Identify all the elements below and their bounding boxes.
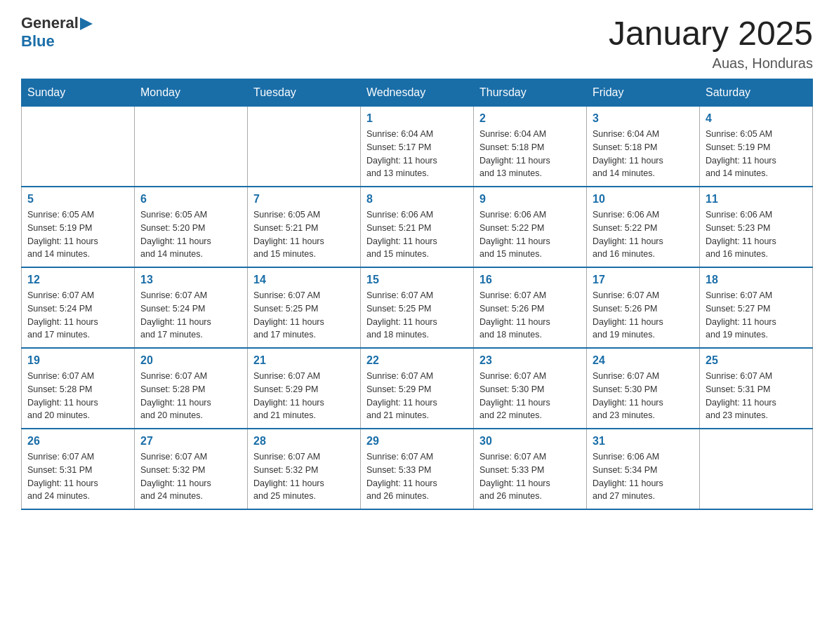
calendar-cell: 5Sunrise: 6:05 AMSunset: 5:19 PMDaylight… [22, 187, 135, 267]
day-info: Sunrise: 6:04 AMSunset: 5:18 PMDaylight:… [593, 128, 694, 180]
day-number: 17 [593, 274, 694, 286]
day-number: 16 [479, 274, 581, 286]
calendar-cell: 7Sunrise: 6:05 AMSunset: 5:21 PMDaylight… [248, 187, 361, 267]
day-number: 21 [253, 354, 355, 367]
calendar-cell [22, 107, 135, 187]
day-info: Sunrise: 6:07 AMSunset: 5:33 PMDaylight:… [366, 450, 468, 503]
day-info: Sunrise: 6:07 AMSunset: 5:33 PMDaylight:… [479, 450, 581, 503]
calendar-title: January 2025 [609, 14, 813, 53]
day-number: 25 [706, 354, 807, 367]
day-info: Sunrise: 6:07 AMSunset: 5:31 PMDaylight:… [706, 370, 807, 422]
calendar-cell [135, 107, 248, 187]
calendar-cell: 4Sunrise: 6:05 AMSunset: 5:19 PMDaylight… [700, 107, 813, 187]
day-info: Sunrise: 6:06 AMSunset: 5:21 PMDaylight:… [366, 208, 468, 261]
day-info: Sunrise: 6:07 AMSunset: 5:29 PMDaylight:… [366, 370, 468, 422]
day-number: 29 [366, 435, 468, 448]
day-info: Sunrise: 6:05 AMSunset: 5:19 PMDaylight:… [27, 208, 128, 261]
day-number: 10 [593, 193, 694, 206]
page-header: General Blue January 2025 Auas, Honduras [21, 14, 813, 72]
weekday-friday: Friday [587, 79, 700, 107]
calendar-cell: 30Sunrise: 6:07 AMSunset: 5:33 PMDayligh… [474, 429, 587, 509]
calendar-cell: 3Sunrise: 6:04 AMSunset: 5:18 PMDaylight… [587, 107, 700, 187]
day-number: 5 [27, 193, 128, 206]
day-info: Sunrise: 6:07 AMSunset: 5:28 PMDaylight:… [140, 370, 241, 422]
calendar-cell: 19Sunrise: 6:07 AMSunset: 5:28 PMDayligh… [22, 348, 135, 429]
day-number: 11 [706, 193, 807, 206]
calendar-header: SundayMondayTuesdayWednesdayThursdayFrid… [22, 79, 813, 107]
day-info: Sunrise: 6:07 AMSunset: 5:27 PMDaylight:… [706, 289, 807, 342]
day-info: Sunrise: 6:06 AMSunset: 5:34 PMDaylight:… [593, 450, 694, 503]
calendar-cell: 2Sunrise: 6:04 AMSunset: 5:18 PMDaylight… [474, 107, 587, 187]
day-info: Sunrise: 6:05 AMSunset: 5:21 PMDaylight:… [253, 208, 355, 261]
day-number: 13 [140, 274, 241, 286]
calendar-cell [700, 429, 813, 509]
day-number: 26 [27, 435, 128, 448]
day-number: 4 [706, 112, 807, 125]
weekday-saturday: Saturday [700, 79, 813, 107]
day-info: Sunrise: 6:07 AMSunset: 5:31 PMDaylight:… [27, 450, 128, 503]
calendar-body: 1Sunrise: 6:04 AMSunset: 5:17 PMDaylight… [22, 107, 813, 510]
day-number: 20 [140, 354, 241, 367]
calendar-cell: 24Sunrise: 6:07 AMSunset: 5:30 PMDayligh… [587, 348, 700, 429]
calendar-cell: 16Sunrise: 6:07 AMSunset: 5:26 PMDayligh… [474, 267, 587, 348]
calendar-cell: 26Sunrise: 6:07 AMSunset: 5:31 PMDayligh… [22, 429, 135, 509]
calendar-cell: 25Sunrise: 6:07 AMSunset: 5:31 PMDayligh… [700, 348, 813, 429]
day-number: 22 [366, 354, 468, 367]
day-info: Sunrise: 6:07 AMSunset: 5:24 PMDaylight:… [27, 289, 128, 342]
logo-blue-text: Blue [21, 32, 55, 51]
calendar-week-3: 19Sunrise: 6:07 AMSunset: 5:28 PMDayligh… [22, 348, 813, 429]
calendar-cell: 13Sunrise: 6:07 AMSunset: 5:24 PMDayligh… [135, 267, 248, 348]
day-number: 18 [706, 274, 807, 286]
weekday-wednesday: Wednesday [361, 79, 474, 107]
calendar-cell: 22Sunrise: 6:07 AMSunset: 5:29 PMDayligh… [361, 348, 474, 429]
calendar-cell: 27Sunrise: 6:07 AMSunset: 5:32 PMDayligh… [135, 429, 248, 509]
calendar-cell: 12Sunrise: 6:07 AMSunset: 5:24 PMDayligh… [22, 267, 135, 348]
day-number: 9 [479, 193, 581, 206]
weekday-tuesday: Tuesday [248, 79, 361, 107]
weekday-monday: Monday [135, 79, 248, 107]
day-number: 2 [479, 112, 581, 125]
day-number: 31 [593, 435, 694, 448]
calendar-cell: 6Sunrise: 6:05 AMSunset: 5:20 PMDaylight… [135, 187, 248, 267]
logo: General Blue [21, 14, 93, 51]
logo-arrow-icon [80, 18, 93, 30]
svg-marker-0 [80, 18, 93, 30]
calendar-week-1: 5Sunrise: 6:05 AMSunset: 5:19 PMDaylight… [22, 187, 813, 267]
calendar-table: SundayMondayTuesdayWednesdayThursdayFrid… [21, 79, 813, 510]
day-number: 12 [27, 274, 128, 286]
day-info: Sunrise: 6:07 AMSunset: 5:26 PMDaylight:… [593, 289, 694, 342]
day-number: 7 [253, 193, 355, 206]
calendar-cell: 21Sunrise: 6:07 AMSunset: 5:29 PMDayligh… [248, 348, 361, 429]
day-number: 1 [366, 112, 468, 125]
day-info: Sunrise: 6:06 AMSunset: 5:22 PMDaylight:… [479, 208, 581, 261]
calendar-subtitle: Auas, Honduras [609, 55, 813, 72]
day-info: Sunrise: 6:07 AMSunset: 5:28 PMDaylight:… [27, 370, 128, 422]
day-info: Sunrise: 6:07 AMSunset: 5:26 PMDaylight:… [479, 289, 581, 342]
day-number: 15 [366, 274, 468, 286]
calendar-cell: 23Sunrise: 6:07 AMSunset: 5:30 PMDayligh… [474, 348, 587, 429]
day-info: Sunrise: 6:04 AMSunset: 5:17 PMDaylight:… [366, 128, 468, 180]
calendar-cell: 1Sunrise: 6:04 AMSunset: 5:17 PMDaylight… [361, 107, 474, 187]
calendar-cell [248, 107, 361, 187]
day-info: Sunrise: 6:07 AMSunset: 5:32 PMDaylight:… [253, 450, 355, 503]
day-info: Sunrise: 6:07 AMSunset: 5:25 PMDaylight:… [366, 289, 468, 342]
calendar-cell: 28Sunrise: 6:07 AMSunset: 5:32 PMDayligh… [248, 429, 361, 509]
calendar-cell: 14Sunrise: 6:07 AMSunset: 5:25 PMDayligh… [248, 267, 361, 348]
day-info: Sunrise: 6:05 AMSunset: 5:19 PMDaylight:… [706, 128, 807, 180]
day-number: 27 [140, 435, 241, 448]
calendar-cell: 31Sunrise: 6:06 AMSunset: 5:34 PMDayligh… [587, 429, 700, 509]
day-number: 30 [479, 435, 581, 448]
day-info: Sunrise: 6:07 AMSunset: 5:30 PMDaylight:… [593, 370, 694, 422]
calendar-cell: 9Sunrise: 6:06 AMSunset: 5:22 PMDaylight… [474, 187, 587, 267]
calendar-cell: 20Sunrise: 6:07 AMSunset: 5:28 PMDayligh… [135, 348, 248, 429]
day-number: 8 [366, 193, 468, 206]
day-number: 24 [593, 354, 694, 367]
logo-general-text: General [21, 14, 79, 32]
day-number: 6 [140, 193, 241, 206]
day-info: Sunrise: 6:07 AMSunset: 5:25 PMDaylight:… [253, 289, 355, 342]
day-number: 14 [253, 274, 355, 286]
day-info: Sunrise: 6:07 AMSunset: 5:29 PMDaylight:… [253, 370, 355, 422]
weekday-thursday: Thursday [474, 79, 587, 107]
calendar-week-4: 26Sunrise: 6:07 AMSunset: 5:31 PMDayligh… [22, 429, 813, 509]
day-info: Sunrise: 6:06 AMSunset: 5:22 PMDaylight:… [593, 208, 694, 261]
